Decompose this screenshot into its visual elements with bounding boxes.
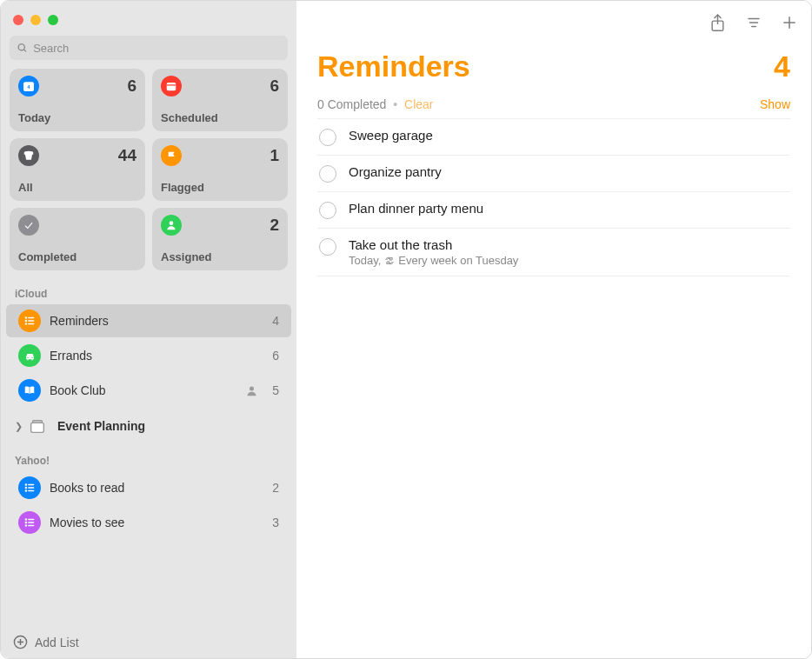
- new-reminder-button[interactable]: [782, 15, 797, 30]
- reminder-items: Sweep garageOrganize pantryPlan dinner p…: [317, 118, 790, 276]
- clear-button[interactable]: Clear: [404, 97, 433, 111]
- main-content: Reminders 4 0 Completed • Clear Show Swe…: [296, 1, 811, 658]
- svg-point-20: [25, 484, 26, 485]
- group-name: Event Planning: [57, 419, 145, 433]
- sidebar-list-bookclub[interactable]: Book Club5: [6, 374, 291, 407]
- smart-count: 44: [118, 146, 136, 165]
- smart-list-all[interactable]: 44All: [10, 138, 145, 201]
- list-name: Book Club: [50, 383, 245, 397]
- complete-toggle[interactable]: [319, 165, 336, 183]
- smart-count: 2: [270, 216, 279, 235]
- account-section-icloud: iCloud Reminders4Errands6Book Club5❯Even…: [1, 277, 296, 444]
- plus-circle-icon: [13, 635, 28, 649]
- completed-icon: [18, 215, 39, 236]
- smart-list-completed[interactable]: Completed: [10, 208, 145, 270]
- smart-list-flagged[interactable]: 1Flagged: [152, 138, 288, 201]
- reminder-title: Sweep garage: [349, 128, 433, 143]
- list-name: Errands: [50, 349, 265, 363]
- list-name: Books to read: [50, 481, 265, 495]
- svg-rect-5: [167, 83, 176, 90]
- list-icon: [18, 310, 41, 332]
- shared-icon: [245, 384, 258, 397]
- reminder-item[interactable]: Sweep garage: [317, 119, 790, 156]
- svg-point-8: [25, 317, 26, 318]
- smart-count: 6: [270, 77, 279, 96]
- close-window-button[interactable]: [13, 15, 23, 25]
- window-controls: [1, 8, 296, 36]
- smart-count: 1: [270, 146, 279, 165]
- sidebar-list-reminders[interactable]: Reminders4: [6, 304, 291, 337]
- reminder-subtitle: Today,Every week on Tuesday: [349, 254, 518, 267]
- svg-point-24: [25, 490, 26, 491]
- car-icon: [18, 344, 41, 367]
- svg-rect-19: [33, 421, 43, 423]
- list-header: Reminders 4: [317, 50, 790, 83]
- complete-toggle[interactable]: [319, 129, 336, 146]
- section-header-icloud: iCloud: [1, 277, 296, 303]
- add-list-button[interactable]: Add List: [1, 626, 296, 658]
- smart-list-scheduled[interactable]: 6Scheduled: [152, 69, 288, 131]
- svg-point-17: [250, 386, 254, 390]
- list-count: 6: [265, 349, 279, 363]
- smart-label: Assigned: [161, 250, 279, 263]
- sidebar-list-errands[interactable]: Errands6: [6, 339, 291, 372]
- reminder-title: Take out the trash: [349, 237, 518, 252]
- smart-label: All: [18, 181, 136, 194]
- chevron-right-icon: ❯: [15, 421, 23, 432]
- sidebar: 46Today6Scheduled44All1FlaggedCompleted2…: [1, 1, 296, 658]
- book-icon: [18, 379, 41, 402]
- sidebar-list-books[interactable]: Books to read2: [6, 471, 291, 504]
- svg-point-12: [25, 323, 26, 324]
- flagged-icon: [161, 145, 182, 166]
- sidebar-list-movies[interactable]: Movies to see3: [6, 506, 291, 539]
- svg-point-22: [25, 487, 26, 488]
- svg-point-15: [31, 356, 32, 357]
- smart-label: Scheduled: [161, 111, 279, 124]
- list-count: 2: [265, 481, 279, 495]
- section-header-yahoo: Yahoo!: [1, 444, 296, 470]
- list-icon: [18, 476, 41, 499]
- smart-list-assigned[interactable]: 2Assigned: [152, 208, 288, 270]
- repeat-icon: [384, 256, 395, 266]
- list-count: 3: [265, 516, 279, 529]
- today-icon: 4: [18, 76, 39, 97]
- list-count: 4: [265, 314, 279, 328]
- reminder-item[interactable]: Take out the trashToday,Every week on Tu…: [317, 229, 790, 276]
- share-button[interactable]: [709, 14, 726, 32]
- show-completed-button[interactable]: Show: [760, 97, 790, 111]
- minimize-window-button[interactable]: [30, 15, 41, 25]
- reminder-title: Organize pantry: [349, 164, 442, 179]
- group-stack-icon: [26, 415, 49, 437]
- list-title: Reminders: [317, 50, 470, 83]
- fullscreen-window-button[interactable]: [48, 15, 58, 25]
- completed-summary: 0 Completed • Clear: [317, 97, 434, 111]
- complete-toggle[interactable]: [319, 202, 336, 219]
- complete-toggle[interactable]: [319, 238, 336, 256]
- svg-rect-18: [31, 423, 44, 432]
- assigned-icon: [161, 215, 182, 236]
- view-options-button[interactable]: [745, 15, 762, 30]
- sidebar-group-eventplanning[interactable]: ❯Event Planning: [6, 409, 291, 443]
- search-field[interactable]: [10, 36, 288, 60]
- smart-label: Today: [18, 111, 136, 124]
- reminder-item[interactable]: Plan dinner party menu: [317, 192, 790, 229]
- svg-point-0: [18, 44, 24, 50]
- smart-label: Completed: [18, 250, 136, 263]
- svg-line-1: [23, 50, 25, 51]
- account-section-yahoo: Yahoo! Books to read2Movies to see3: [1, 444, 296, 540]
- list-name: Reminders: [50, 314, 265, 328]
- completed-count-text: 0 Completed: [317, 97, 386, 111]
- scheduled-icon: [161, 76, 182, 97]
- svg-point-28: [25, 522, 26, 523]
- reminder-item[interactable]: Organize pantry: [317, 156, 790, 192]
- svg-point-10: [25, 320, 26, 321]
- add-list-label: Add List: [35, 636, 79, 649]
- search-input[interactable]: [33, 42, 281, 55]
- list-count: 4: [774, 50, 790, 83]
- all-icon: [18, 145, 39, 166]
- svg-point-30: [25, 525, 26, 526]
- list-count: 5: [265, 383, 279, 397]
- smart-list-today[interactable]: 46Today: [10, 69, 145, 131]
- svg-point-14: [27, 356, 28, 357]
- svg-point-26: [25, 519, 26, 520]
